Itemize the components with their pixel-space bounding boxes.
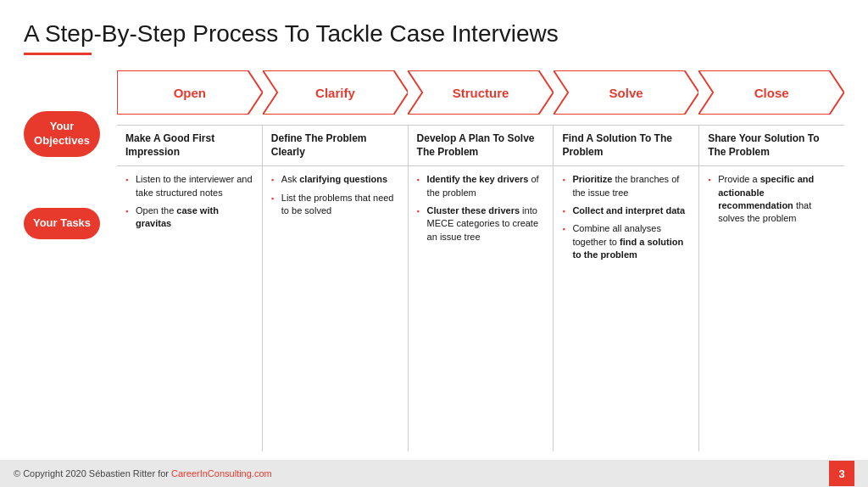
task-bullet-1-1: List the problems that need to be solved — [271, 192, 399, 218]
arrow-label-close: Close — [754, 86, 789, 100]
objectives-row: Make A Good First ImpressionDefine The P… — [117, 125, 844, 165]
objectives-label: Your Objectives — [24, 111, 100, 157]
slide: A Step-By-Step Process To Tackle Case In… — [0, 0, 868, 487]
task-cell-4: Provide a specific and actionable recomm… — [699, 166, 844, 451]
tasks-label: Your Tasks — [24, 208, 100, 239]
tasks-row: Listen to the interviewer and take struc… — [117, 165, 844, 451]
title-underline — [24, 53, 92, 55]
task-bullet-3-2: Combine all analyses together to find a … — [562, 222, 690, 261]
arrow-clarify: Clarify — [263, 69, 409, 116]
task-bullet-2-0: Identify the key drivers of the problem — [417, 173, 545, 199]
task-bullet-1-0: Ask clarifying questions — [271, 173, 399, 186]
arrow-close: Close — [698, 69, 844, 116]
left-labels: Your Objectives Your Tasks — [24, 69, 117, 451]
arrow-label-structure: Structure — [453, 86, 509, 100]
footer-copyright: © Copyright 2020 Sébastien Ritter for Ca… — [14, 468, 272, 479]
footer-page-number: 3 — [829, 461, 854, 486]
arrow-structure: Structure — [408, 69, 554, 116]
task-cell-1: Ask clarifying questionsList the problem… — [263, 166, 409, 451]
task-bullet-3-0: Prioritize the branches of the issue tre… — [562, 173, 690, 199]
task-cell-0: Listen to the interviewer and take struc… — [117, 166, 263, 451]
objective-cell-4: Share Your Solution To The Problem — [699, 126, 844, 165]
task-bullet-0-1: Open the case with gravitas — [125, 204, 253, 231]
footer: © Copyright 2020 Sébastien Ritter for Ca… — [0, 460, 868, 487]
arrow-label-clarify: Clarify — [315, 86, 355, 100]
task-cell-2: Identify the key drivers of the problemC… — [409, 166, 554, 451]
right-content: Open Clarify Structure Solve Clo — [117, 69, 844, 451]
arrow-label-open: Open — [174, 86, 206, 100]
arrow-open: Open — [117, 69, 263, 116]
arrow-solve: Solve — [554, 69, 699, 116]
footer-link[interactable]: CareerInConsulting.com — [171, 468, 272, 479]
objective-cell-1: Define The Problem Clearly — [263, 126, 409, 165]
objective-cell-2: Develop A Plan To Solve The Problem — [409, 126, 554, 165]
objective-cell-3: Find A Solution To The Problem — [554, 126, 699, 165]
task-bullet-3-1: Collect and interpret data — [562, 204, 690, 217]
task-bullet-0-0: Listen to the interviewer and take struc… — [125, 173, 253, 199]
task-bullet-2-1: Cluster these drivers into MECE categori… — [417, 204, 545, 244]
task-bullet-4-0: Provide a specific and actionable recomm… — [708, 173, 836, 226]
main-area: Your Objectives Your Tasks Open Clarify … — [24, 69, 844, 451]
page-title: A Step-By-Step Process To Tackle Case In… — [24, 20, 844, 48]
task-cell-3: Prioritize the branches of the issue tre… — [554, 166, 699, 451]
slide-content: A Step-By-Step Process To Tackle Case In… — [0, 0, 868, 460]
arrow-label-solve: Solve — [609, 86, 643, 100]
arrows-row: Open Clarify Structure Solve Clo — [117, 69, 844, 116]
objective-cell-0: Make A Good First Impression — [117, 126, 263, 165]
